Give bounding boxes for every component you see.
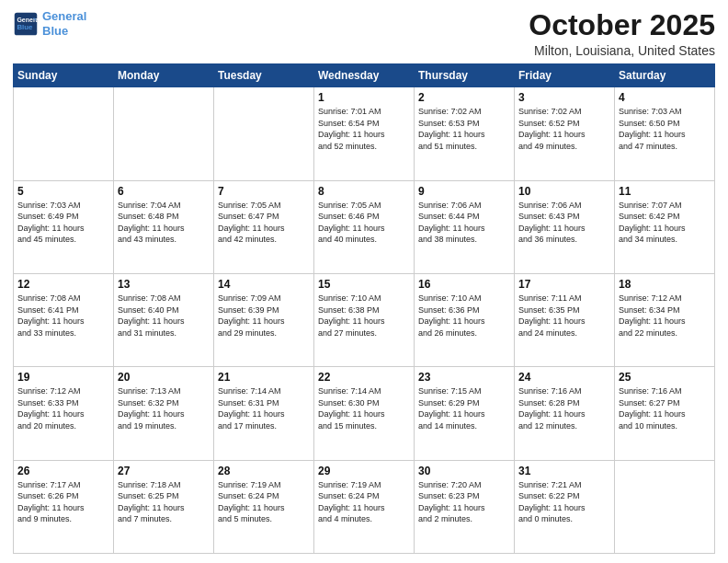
day-cell: 30Sunrise: 7:20 AM Sunset: 6:23 PM Dayli… bbox=[415, 460, 515, 553]
day-cell: 10Sunrise: 7:06 AM Sunset: 6:43 PM Dayli… bbox=[515, 180, 615, 273]
day-cell: 2Sunrise: 7:02 AM Sunset: 6:53 PM Daylig… bbox=[415, 87, 515, 180]
main-title: October 2025 bbox=[529, 9, 715, 41]
day-info: Sunrise: 7:17 AM Sunset: 6:26 PM Dayligh… bbox=[17, 479, 109, 525]
col-header-friday: Friday bbox=[515, 64, 615, 87]
day-number: 23 bbox=[418, 371, 510, 384]
day-info: Sunrise: 7:12 AM Sunset: 6:34 PM Dayligh… bbox=[619, 293, 711, 339]
day-info: Sunrise: 7:20 AM Sunset: 6:23 PM Dayligh… bbox=[418, 479, 510, 525]
day-info: Sunrise: 7:01 AM Sunset: 6:54 PM Dayligh… bbox=[318, 106, 410, 152]
day-info: Sunrise: 7:05 AM Sunset: 6:46 PM Dayligh… bbox=[318, 200, 410, 246]
day-number: 6 bbox=[118, 185, 210, 198]
svg-text:Blue: Blue bbox=[17, 23, 33, 31]
day-info: Sunrise: 7:09 AM Sunset: 6:39 PM Dayligh… bbox=[218, 293, 310, 339]
day-info: Sunrise: 7:19 AM Sunset: 6:24 PM Dayligh… bbox=[318, 479, 410, 525]
day-number: 8 bbox=[318, 185, 410, 198]
day-info: Sunrise: 7:13 AM Sunset: 6:32 PM Dayligh… bbox=[118, 385, 210, 431]
week-row-4: 19Sunrise: 7:12 AM Sunset: 6:33 PM Dayli… bbox=[14, 367, 715, 460]
day-cell: 24Sunrise: 7:16 AM Sunset: 6:28 PM Dayli… bbox=[515, 367, 615, 460]
day-cell: 25Sunrise: 7:16 AM Sunset: 6:27 PM Dayli… bbox=[615, 367, 715, 460]
day-cell bbox=[615, 460, 715, 553]
day-cell: 9Sunrise: 7:06 AM Sunset: 6:44 PM Daylig… bbox=[415, 180, 515, 273]
day-number: 14 bbox=[218, 278, 310, 291]
calendar-header: SundayMondayTuesdayWednesdayThursdayFrid… bbox=[14, 64, 715, 87]
day-info: Sunrise: 7:12 AM Sunset: 6:33 PM Dayligh… bbox=[17, 385, 109, 431]
day-info: Sunrise: 7:04 AM Sunset: 6:48 PM Dayligh… bbox=[118, 200, 210, 246]
logo-general: General bbox=[42, 9, 86, 23]
day-cell: 23Sunrise: 7:15 AM Sunset: 6:29 PM Dayli… bbox=[415, 367, 515, 460]
day-cell: 22Sunrise: 7:14 AM Sunset: 6:30 PM Dayli… bbox=[314, 367, 415, 460]
day-info: Sunrise: 7:11 AM Sunset: 6:35 PM Dayligh… bbox=[518, 293, 610, 339]
logo: General Blue General Blue bbox=[13, 9, 86, 38]
day-info: Sunrise: 7:08 AM Sunset: 6:41 PM Dayligh… bbox=[17, 293, 109, 339]
day-info: Sunrise: 7:03 AM Sunset: 6:50 PM Dayligh… bbox=[619, 106, 711, 152]
day-cell: 11Sunrise: 7:07 AM Sunset: 6:42 PM Dayli… bbox=[615, 180, 715, 273]
day-cell bbox=[114, 87, 214, 180]
day-number: 10 bbox=[518, 185, 610, 198]
day-info: Sunrise: 7:19 AM Sunset: 6:24 PM Dayligh… bbox=[218, 479, 310, 525]
day-number: 22 bbox=[318, 371, 410, 384]
col-header-sunday: Sunday bbox=[14, 64, 114, 87]
day-number: 16 bbox=[418, 278, 510, 291]
col-header-saturday: Saturday bbox=[615, 64, 715, 87]
week-row-3: 12Sunrise: 7:08 AM Sunset: 6:41 PM Dayli… bbox=[14, 273, 715, 366]
day-info: Sunrise: 7:18 AM Sunset: 6:25 PM Dayligh… bbox=[118, 479, 210, 525]
day-cell: 28Sunrise: 7:19 AM Sunset: 6:24 PM Dayli… bbox=[214, 460, 314, 553]
day-number: 1 bbox=[318, 91, 410, 104]
calendar: SundayMondayTuesdayWednesdayThursdayFrid… bbox=[13, 63, 715, 554]
day-number: 17 bbox=[518, 278, 610, 291]
day-number: 28 bbox=[218, 465, 310, 477]
col-header-monday: Monday bbox=[114, 64, 214, 87]
col-header-tuesday: Tuesday bbox=[214, 64, 314, 87]
day-cell bbox=[214, 87, 314, 180]
day-info: Sunrise: 7:21 AM Sunset: 6:22 PM Dayligh… bbox=[518, 479, 610, 525]
day-number: 13 bbox=[118, 278, 210, 291]
day-info: Sunrise: 7:05 AM Sunset: 6:47 PM Dayligh… bbox=[218, 200, 310, 246]
day-cell: 17Sunrise: 7:11 AM Sunset: 6:35 PM Dayli… bbox=[515, 273, 615, 366]
day-info: Sunrise: 7:07 AM Sunset: 6:42 PM Dayligh… bbox=[619, 200, 711, 246]
day-number: 5 bbox=[17, 185, 109, 198]
day-number: 11 bbox=[619, 185, 711, 198]
svg-text:General: General bbox=[17, 17, 39, 23]
day-info: Sunrise: 7:16 AM Sunset: 6:27 PM Dayligh… bbox=[619, 385, 711, 431]
day-number: 25 bbox=[619, 371, 711, 384]
title-block: October 2025 Milton, Louisiana, United S… bbox=[529, 9, 715, 58]
day-cell: 5Sunrise: 7:03 AM Sunset: 6:49 PM Daylig… bbox=[14, 180, 114, 273]
day-number: 29 bbox=[318, 465, 410, 477]
day-number: 2 bbox=[418, 91, 510, 104]
day-cell: 12Sunrise: 7:08 AM Sunset: 6:41 PM Dayli… bbox=[14, 273, 114, 366]
day-info: Sunrise: 7:08 AM Sunset: 6:40 PM Dayligh… bbox=[118, 293, 210, 339]
day-cell: 4Sunrise: 7:03 AM Sunset: 6:50 PM Daylig… bbox=[615, 87, 715, 180]
day-info: Sunrise: 7:06 AM Sunset: 6:43 PM Dayligh… bbox=[518, 200, 610, 246]
day-info: Sunrise: 7:02 AM Sunset: 6:52 PM Dayligh… bbox=[518, 106, 610, 152]
day-info: Sunrise: 7:15 AM Sunset: 6:29 PM Dayligh… bbox=[418, 385, 510, 431]
day-cell: 8Sunrise: 7:05 AM Sunset: 6:46 PM Daylig… bbox=[314, 180, 415, 273]
day-cell: 29Sunrise: 7:19 AM Sunset: 6:24 PM Dayli… bbox=[314, 460, 415, 553]
week-row-2: 5Sunrise: 7:03 AM Sunset: 6:49 PM Daylig… bbox=[14, 180, 715, 273]
day-number: 3 bbox=[518, 91, 610, 104]
page: General Blue General Blue October 2025 M… bbox=[0, 0, 728, 563]
logo-text: General Blue bbox=[42, 9, 86, 38]
logo-blue: Blue bbox=[42, 24, 68, 38]
day-cell bbox=[14, 87, 114, 180]
header: General Blue General Blue October 2025 M… bbox=[13, 9, 715, 58]
day-cell: 27Sunrise: 7:18 AM Sunset: 6:25 PM Dayli… bbox=[114, 460, 214, 553]
day-info: Sunrise: 7:03 AM Sunset: 6:49 PM Dayligh… bbox=[17, 200, 109, 246]
day-cell: 21Sunrise: 7:14 AM Sunset: 6:31 PM Dayli… bbox=[214, 367, 314, 460]
day-number: 20 bbox=[118, 371, 210, 384]
day-number: 19 bbox=[17, 371, 109, 384]
day-info: Sunrise: 7:10 AM Sunset: 6:38 PM Dayligh… bbox=[318, 293, 410, 339]
day-number: 4 bbox=[619, 91, 711, 104]
day-number: 24 bbox=[518, 371, 610, 384]
day-number: 12 bbox=[17, 278, 109, 291]
day-number: 30 bbox=[418, 465, 510, 477]
day-cell: 15Sunrise: 7:10 AM Sunset: 6:38 PM Dayli… bbox=[314, 273, 415, 366]
calendar-body: 1Sunrise: 7:01 AM Sunset: 6:54 PM Daylig… bbox=[14, 87, 715, 554]
day-number: 7 bbox=[218, 185, 310, 198]
day-cell: 31Sunrise: 7:21 AM Sunset: 6:22 PM Dayli… bbox=[515, 460, 615, 553]
day-info: Sunrise: 7:16 AM Sunset: 6:28 PM Dayligh… bbox=[518, 385, 610, 431]
day-cell: 18Sunrise: 7:12 AM Sunset: 6:34 PM Dayli… bbox=[615, 273, 715, 366]
week-row-5: 26Sunrise: 7:17 AM Sunset: 6:26 PM Dayli… bbox=[14, 460, 715, 553]
day-number: 9 bbox=[418, 185, 510, 198]
week-row-1: 1Sunrise: 7:01 AM Sunset: 6:54 PM Daylig… bbox=[14, 87, 715, 180]
day-cell: 3Sunrise: 7:02 AM Sunset: 6:52 PM Daylig… bbox=[515, 87, 615, 180]
